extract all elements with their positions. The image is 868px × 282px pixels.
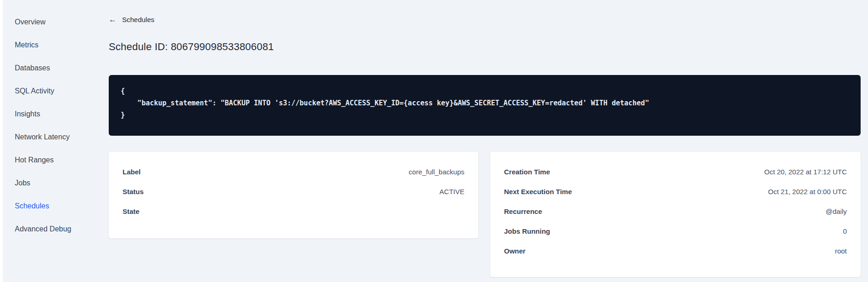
sidebar-item[interactable]: Databases [15,57,71,80]
summary-row-value: Oct 20, 2022 at 17:12 UTC [764,168,847,176]
sidebar-nav: Overview Metrics Databases SQL Activity … [15,11,71,241]
sidebar-item-label: Network Latency [15,133,70,141]
summary-row-label: Recurrence [504,207,542,215]
sidebar-item[interactable]: Advanced Debug [15,218,71,241]
summary-row-label: Status [123,188,144,196]
sidebar-item-label: Databases [15,64,50,72]
summary-row-label: Next Execution Time [504,188,572,196]
sidebar-item[interactable]: Hot Ranges [15,149,71,172]
summary-row: Recurrence @daily [504,201,847,221]
sidebar-item[interactable]: Metrics [15,34,71,57]
summary-row-label: Owner [504,247,526,255]
sidebar-item[interactable]: Jobs [15,172,71,195]
page-title: Schedule ID: 806799098533806081 [109,41,274,53]
sidebar-item-label: SQL Activity [15,87,54,95]
summary-row: Next Execution Time Oct 21, 2022 at 0:00… [504,182,847,201]
sidebar-item-label: Hot Ranges [15,156,54,164]
summary-row-label: Jobs Running [504,227,550,235]
summary-cards: Label core_full_backups Status ACTIVE St… [109,152,861,277]
summary-row: Status ACTIVE [123,182,464,201]
sidebar-item[interactable]: SQL Activity [15,80,71,103]
summary-row-value: root [835,247,847,255]
sidebar-item[interactable]: Network Latency [15,126,71,149]
summary-row-value: core_full_backups [409,168,464,176]
summary-row: Jobs Running 0 [504,221,847,241]
sidebar-item-label: Overview [15,18,46,26]
summary-row-label: Label [123,168,141,176]
summary-row: Label core_full_backups [123,162,464,182]
sidebar-item-label: Jobs [15,179,30,187]
backup-statement-code-block: { "backup_statement": "BACKUP INTO 's3:/… [109,75,861,136]
schedule-details-page: Overview Metrics Databases SQL Activity … [0,0,868,282]
summary-row-label: State [123,207,140,215]
backup-statement-json: { "backup_statement": "BACKUP INTO 's3:/… [121,85,851,121]
sidebar-item[interactable]: Schedules [15,195,71,218]
schedule-timing-card: Creation Time Oct 20, 2022 at 17:12 UTC … [490,152,861,277]
summary-row-value: 0 [843,227,847,235]
summary-row-label: Creation Time [504,168,550,176]
sidebar-item-label: Advanced Debug [15,225,71,233]
summary-row: State [123,201,464,221]
summary-row: Owner root [504,241,847,261]
schedule-label-card: Label core_full_backups Status ACTIVE St… [109,152,478,238]
summary-row: Creation Time Oct 20, 2022 at 17:12 UTC [504,162,847,182]
sidebar-item-label: Metrics [15,41,39,49]
sidebar-item[interactable]: Overview [15,11,71,34]
sidebar-item[interactable]: Insights [15,103,71,126]
summary-row-value: ACTIVE [440,188,464,196]
window-left-edge [0,0,3,282]
back-link-label: Schedules [122,16,154,23]
summary-row-value: Oct 21, 2022 at 0:00 UTC [768,188,847,196]
sidebar-item-label: Schedules [15,202,49,210]
summary-row-value: @daily [826,207,847,215]
main-content: ← Schedules Schedule ID: 806799098533806… [109,0,861,282]
back-arrow-icon: ← [109,16,117,23]
back-to-schedules-link[interactable]: ← Schedules [109,16,154,23]
sidebar-item-label: Insights [15,110,40,118]
